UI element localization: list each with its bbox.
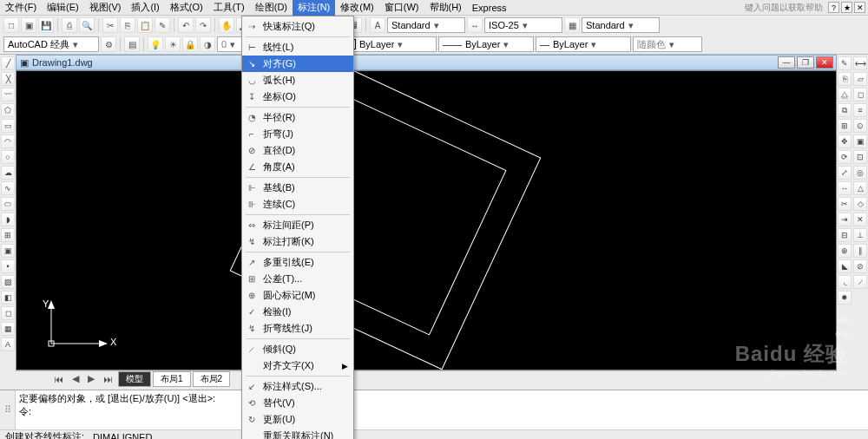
menu-item[interactable]: ⇔标注间距(P) [242, 217, 353, 233]
id-icon[interactable]: ⊙ [853, 119, 867, 133]
move-icon[interactable]: ✥ [838, 134, 852, 148]
array-icon[interactable]: ⊞ [838, 119, 852, 133]
menu-tools[interactable]: 工具(T) [208, 0, 250, 16]
ellipse-arc-icon[interactable]: ◗ [1, 213, 15, 226]
menu-item[interactable]: ⊘直径(D) [242, 142, 353, 159]
snap3-icon[interactable]: △ [853, 181, 867, 195]
menu-item[interactable]: ↧坐标(O) [242, 88, 353, 105]
snap8-icon[interactable]: ⊘ [853, 259, 867, 273]
tab-layout2[interactable]: 布局2 [193, 371, 231, 387]
menu-item[interactable]: ↙标注样式(S)... [242, 378, 353, 395]
workspace-dd[interactable]: AutoCAD 经典▾ [3, 36, 99, 52]
menu-item[interactable]: ⟋倾斜(Q) [242, 341, 353, 357]
stretch-icon[interactable]: ↔ [838, 181, 852, 195]
menu-item[interactable]: 对齐文字(X)▶ [242, 357, 353, 374]
menu-item[interactable]: ⊪连续(C) [242, 196, 353, 213]
extend-icon[interactable]: ⇥ [838, 213, 852, 226]
command-lines[interactable]: 定要偏移的对象，或 [退出(E)/放弃(U)] <退出>: 令: [16, 390, 868, 429]
help-search-hint[interactable]: 键入问题以获取帮助 [745, 2, 828, 14]
menu-item[interactable]: ✓检验(I) [242, 304, 353, 320]
makeblk-icon[interactable]: ▣ [1, 244, 15, 258]
ellipse-icon[interactable]: ⬭ [1, 197, 15, 211]
cut-icon[interactable]: ✂ [102, 17, 118, 33]
menu-modify[interactable]: 修改(M) [335, 0, 379, 16]
menu-item[interactable]: ↘对齐(G) [242, 56, 353, 72]
layer-color-icon[interactable]: ◑ [200, 36, 215, 52]
document-titlebar[interactable]: ▣ Drawing1.dwg — ❐ ✕ [16, 55, 837, 70]
paste-icon[interactable]: 📋 [137, 17, 153, 33]
tab-layout1[interactable]: 布局1 [153, 371, 191, 387]
snap9-icon[interactable]: ⟋ [853, 275, 867, 289]
menu-draw[interactable]: 绘图(D) [250, 0, 293, 16]
menu-format[interactable]: 格式(O) [165, 0, 208, 16]
preview-icon[interactable]: 🔍 [79, 17, 95, 33]
menu-item[interactable]: ⇢快速标注(Q) [242, 18, 353, 35]
command-grip-icon[interactable]: ⠿ [0, 390, 16, 429]
insertblk-icon[interactable]: ⊞ [1, 228, 15, 242]
tab-last-icon[interactable]: ⏭ [100, 374, 116, 384]
erase-icon[interactable]: ✎ [838, 56, 852, 70]
rotate-icon[interactable]: ⟳ [838, 150, 852, 164]
table-icon[interactable]: ▦ [1, 322, 15, 336]
menu-edit[interactable]: 编辑(E) [42, 0, 84, 16]
revcloud-icon[interactable]: ☁ [1, 166, 15, 180]
break-icon[interactable]: ⊟ [838, 228, 852, 242]
drawing-canvas[interactable]: Y X [16, 70, 837, 370]
hatch-icon[interactable]: ▨ [1, 275, 15, 289]
explode-icon[interactable]: ✸ [838, 291, 852, 305]
tab-first-icon[interactable]: ⏮ [50, 374, 67, 384]
text-style-icon[interactable]: A [370, 17, 385, 33]
redo-icon[interactable]: ↷ [195, 17, 211, 33]
polygon-icon[interactable]: ⬠ [1, 103, 15, 117]
snap4-icon[interactable]: ◇ [853, 197, 867, 211]
snap5-icon[interactable]: ✕ [853, 213, 867, 226]
xline-icon[interactable]: ╳ [1, 72, 15, 86]
linetype-dd[interactable]: ——ByLayer▾ [438, 36, 534, 52]
menu-item[interactable]: ⌐折弯(J) [242, 126, 353, 142]
spline-icon[interactable]: ∿ [1, 181, 15, 195]
gradient-icon[interactable]: ◧ [1, 291, 15, 305]
mirror-icon[interactable]: ⧋ [838, 88, 852, 102]
table-style-dd[interactable]: Standard▾ [582, 17, 660, 33]
menu-view[interactable]: 视图(V) [84, 0, 127, 16]
menu-item[interactable]: ◔半径(R) [242, 109, 353, 126]
join-icon[interactable]: ⊕ [838, 244, 852, 258]
rectangle-icon[interactable]: ▭ [1, 119, 15, 133]
pan-icon[interactable]: ✋ [219, 17, 234, 33]
menu-insert[interactable]: 插入(I) [126, 0, 164, 16]
undo-icon[interactable]: ↶ [178, 17, 194, 33]
vol-icon[interactable]: ▣ [853, 134, 867, 148]
save-icon[interactable]: 💾 [38, 17, 54, 33]
doc-close-icon[interactable]: ✕ [816, 56, 833, 69]
chamfer-icon[interactable]: ◣ [838, 259, 852, 273]
mtext-icon[interactable]: A [1, 337, 15, 351]
snap2-icon[interactable]: ◎ [853, 166, 867, 180]
menu-item[interactable]: ↗多重引线(E) [242, 254, 353, 271]
color-dd[interactable]: ByLayer▾ [341, 36, 437, 52]
open-icon[interactable]: ▣ [21, 17, 36, 33]
new-icon[interactable]: □ [3, 17, 19, 33]
menu-item[interactable]: ⊕圆心标记(M) [242, 287, 353, 304]
tab-next-icon[interactable]: ▶ [84, 373, 98, 384]
help-icon[interactable]: ? [828, 2, 839, 13]
pline-icon[interactable]: 〰 [1, 88, 15, 102]
layer-lock-icon[interactable]: 🔒 [182, 36, 198, 52]
workspace-gear-icon[interactable]: ⚙ [101, 36, 116, 52]
dim-style-dd[interactable]: ISO-25▾ [484, 17, 562, 33]
menu-item[interactable]: 重新关联标注(N) [242, 428, 353, 439]
circle-icon[interactable]: ○ [1, 150, 15, 164]
print-icon[interactable]: ⎙ [62, 17, 77, 33]
menu-window[interactable]: 窗口(W) [379, 0, 424, 16]
tab-model[interactable]: 模型 [118, 371, 151, 387]
line-icon[interactable]: ╱ [1, 56, 15, 70]
plotstyle-dd[interactable]: 随颜色▾ [633, 36, 702, 52]
snap1-icon[interactable]: ⊡ [853, 150, 867, 164]
table-style-icon[interactable]: ▦ [564, 17, 580, 33]
menu-file[interactable]: 文件(F) [0, 0, 42, 16]
text-style-dd[interactable]: Standard▾ [387, 17, 465, 33]
menu-item[interactable]: ↯折弯线性(J) [242, 320, 353, 337]
region-icon[interactable]: ◻ [1, 306, 15, 320]
match-icon[interactable]: ✎ [155, 17, 170, 33]
menu-dimension[interactable]: 标注(N) [293, 0, 335, 16]
area-icon[interactable]: ▱ [853, 72, 867, 86]
